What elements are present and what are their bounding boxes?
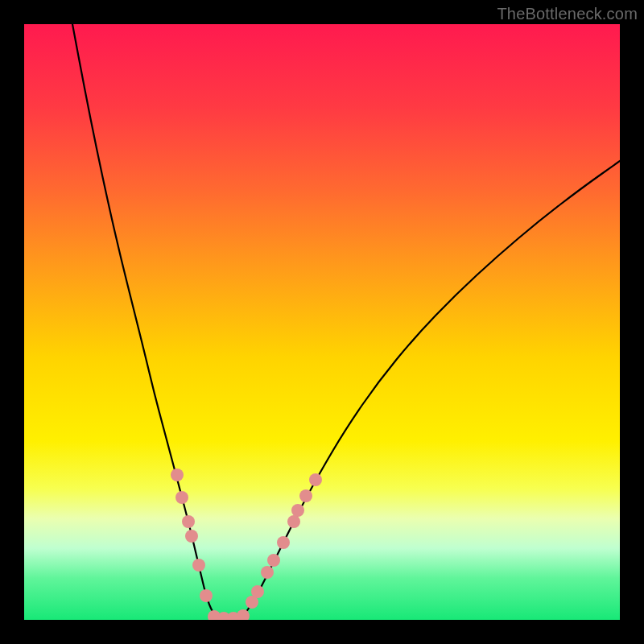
marker-dot — [299, 489, 312, 502]
marker-dot — [200, 589, 213, 602]
marker-dot — [261, 566, 274, 579]
marker-dot — [309, 473, 322, 486]
marker-dot — [182, 515, 195, 528]
marker-dot — [185, 530, 198, 543]
marker-dot — [175, 491, 188, 504]
marker-dot — [277, 536, 290, 549]
marker-dot — [291, 504, 304, 517]
marker-dot — [251, 585, 264, 598]
marker-dot — [192, 559, 205, 572]
outer-frame: TheBottleneck.com — [0, 0, 644, 644]
gradient-background — [24, 24, 620, 620]
watermark-text: TheBottleneck.com — [497, 5, 638, 23]
plot-area — [24, 24, 620, 620]
marker-dot — [287, 515, 300, 528]
marker-dot — [267, 554, 280, 567]
marker-dot — [171, 469, 184, 481]
chart-svg — [24, 24, 620, 620]
